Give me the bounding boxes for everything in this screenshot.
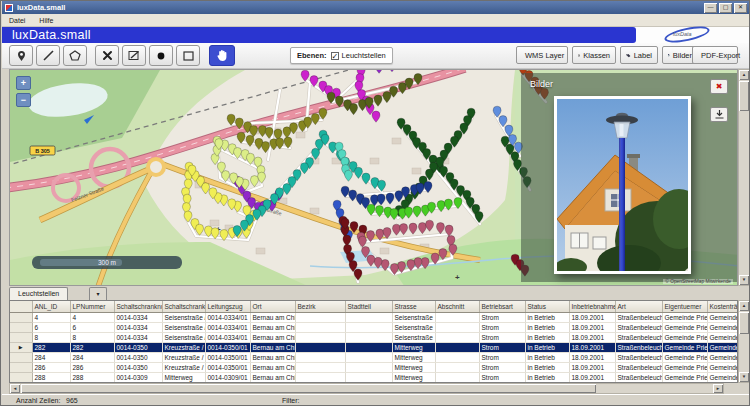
table-cell[interactable]: 282 [70,342,114,352]
column-header[interactable]: Inbetriebnahme [569,301,615,312]
table-cell[interactable]: in Betrieb [525,332,569,342]
table-cell[interactable]: Bernau am Chiem... [250,342,295,352]
column-header[interactable]: Schaltschrank [162,301,205,312]
table-cell[interactable]: 4 [32,312,70,322]
column-header[interactable]: Betriebsart [479,301,525,312]
table-cell[interactable] [295,312,345,322]
table-cell[interactable]: in Betrieb [525,372,569,382]
table-cell[interactable] [435,372,479,382]
layer-checkbox[interactable]: ✓ [331,52,339,60]
column-header[interactable]: Abschnitt [435,301,479,312]
table-cell[interactable]: Gemeinde Prien [662,332,707,342]
table-cell[interactable] [435,362,479,372]
table-cell[interactable]: Gemeinde Prien [662,372,707,382]
table-cell[interactable]: Strom [479,312,525,322]
table-cell[interactable]: Kreuzstraße / Mit... [162,352,205,362]
table-cell[interactable] [345,322,392,332]
edit-tool-button[interactable] [122,45,146,66]
table-cell[interactable]: Strom [479,372,525,382]
table-cell[interactable]: 286 [70,362,114,372]
scroll-right-icon[interactable]: ► [713,384,723,393]
table-cell[interactable]: Strom [479,342,525,352]
table-cell[interactable]: 8 [70,332,114,342]
table-cell[interactable]: Seisenstraße / Bu... [162,322,205,332]
table-cell[interactable]: Seisenstraße [392,322,435,332]
label-button[interactable]: Label [620,46,658,64]
table-cell[interactable]: Gemeinde Prien [662,312,707,322]
table-cell[interactable]: Gemeinde Prien [662,362,707,372]
table-cell[interactable]: 18.09.2001 [569,352,615,362]
menu-hilfe[interactable]: Hilfe [32,17,60,24]
table-cell[interactable]: Gemeinde Prie [707,312,737,322]
table-row[interactable]: 2882880014-0309Mitterweg0014-0309/01Bern… [10,372,737,382]
tab-dropdown[interactable]: ▾ [89,287,107,300]
move-tool-button[interactable] [95,45,119,66]
table-cell[interactable] [435,352,479,362]
table-cell[interactable]: Straßenbeleucht... [615,322,662,332]
table-cell[interactable]: in Betrieb [525,362,569,372]
table-cell[interactable]: Seisenstraße [392,312,435,322]
table-cell[interactable]: 0014-0334/01 [205,322,250,332]
row-selector[interactable] [10,332,32,342]
table-cell[interactable]: Straßenbeleucht... [615,352,662,362]
column-header[interactable]: ANL_ID [32,301,70,312]
row-selector[interactable] [10,372,32,382]
table-cell[interactable]: Gemeinde Prie [707,342,737,352]
row-selector-header[interactable] [10,301,32,312]
table-cell[interactable]: 18.09.2001 [569,372,615,382]
wms-layer-button[interactable]: WMS Layer [516,46,568,64]
table-row[interactable]: 440014-0334Seisenstraße / Bu...0014-0334… [10,312,737,322]
table-cell[interactable]: Straßenbeleucht... [615,342,662,352]
table-cell[interactable] [295,352,345,362]
map-vertical-scrollbar[interactable]: ▲ ▼ [738,69,750,286]
table-cell[interactable]: 0014-0350/01 [205,362,250,372]
column-header[interactable]: Strasse [392,301,435,312]
table-cell[interactable] [435,322,479,332]
table-row[interactable]: ▶2822820014-0350Kreuzstraße / Mit...0014… [10,342,737,352]
column-header[interactable]: Status [525,301,569,312]
row-selector[interactable]: ▶ [10,342,32,352]
menu-datei[interactable]: Datei [2,17,32,24]
table-cell[interactable]: 0014-0350/01 [205,352,250,362]
column-header[interactable]: Ort [250,301,295,312]
table-cell[interactable]: Strom [479,332,525,342]
scroll-up-icon[interactable]: ▲ [739,301,749,311]
table-cell[interactable]: 284 [70,352,114,362]
table-cell[interactable]: Seisenstraße [392,332,435,342]
table-cell[interactable]: Strom [479,362,525,372]
table-cell[interactable]: Gemeinde Prie [707,352,737,362]
row-selector[interactable] [10,362,32,372]
table-cell[interactable]: Gemeinde Prien [662,342,707,352]
table-cell[interactable]: in Betrieb [525,342,569,352]
table-cell[interactable]: Kreuzstraße / Mit... [162,342,205,352]
column-header[interactable]: Stadtteil [345,301,392,312]
table-cell[interactable]: Strom [479,322,525,332]
scroll-left-icon[interactable]: ◄ [10,384,20,393]
table-cell[interactable]: 288 [32,372,70,382]
scroll-down-icon[interactable]: ▼ [739,372,749,382]
rectangle-select-tool-button[interactable] [176,45,200,66]
table-cell[interactable]: Gemeinde Prien [662,352,707,362]
row-selector[interactable] [10,322,32,332]
table-cell[interactable]: 284 [32,352,70,362]
table-cell[interactable]: 0014-0334/01 [205,312,250,322]
table-row[interactable]: 2842840014-0350Kreuzstraße / Mit...0014-… [10,352,737,362]
table-cell[interactable] [295,332,345,342]
minimize-button[interactable]: — [704,3,717,13]
table-cell[interactable]: Straßenbeleucht... [615,362,662,372]
draw-line-tool-button[interactable] [36,45,60,66]
table-cell[interactable]: Bernau am Chiem... [250,332,295,342]
table-cell[interactable]: in Betrieb [525,322,569,332]
table-cell[interactable] [295,372,345,382]
maximize-button[interactable]: ▢ [719,3,732,13]
table-cell[interactable]: Seisenstraße / Bu... [162,312,205,322]
table-cell[interactable]: Gemeinde Prie [707,332,737,342]
table-cell[interactable]: Strom [479,352,525,362]
column-header[interactable]: Eigentuemer [662,301,707,312]
pan-tool-button[interactable] [209,45,235,66]
table-cell[interactable]: 18.09.2001 [569,362,615,372]
table-cell[interactable]: Mitterweg [392,362,435,372]
table-cell[interactable]: 286 [32,362,70,372]
table-cell[interactable]: Bernau am Chiem... [250,362,295,372]
table-cell[interactable]: 6 [32,322,70,332]
